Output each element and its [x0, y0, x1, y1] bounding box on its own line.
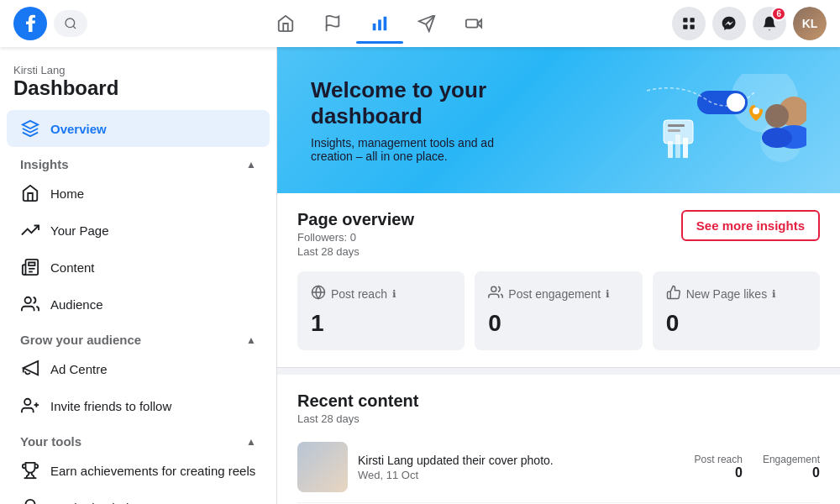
cover-photo-thumbnail	[297, 442, 348, 492]
content-metrics-cover: Post reach 0 Engagement 0	[695, 454, 820, 480]
grow-audience-collapse-icon: ▲	[246, 334, 256, 346]
svg-point-27	[753, 108, 759, 114]
sidebar-item-label-overview: Overview	[50, 122, 107, 136]
see-more-insights-button[interactable]: See more insights	[681, 210, 820, 241]
hero-banner: Welcome to your dashboard Insights, mana…	[277, 47, 840, 193]
recent-content-title: Recent content	[297, 391, 820, 411]
play-icon	[465, 14, 483, 33]
sidebar-item-label-earn-achievements: Earn achievements for creating reels	[50, 464, 255, 478]
content-area: Welcome to your dashboard Insights, mana…	[277, 47, 840, 504]
nav-ads-button[interactable]	[403, 3, 450, 44]
sidebar-item-content[interactable]: Content	[7, 249, 270, 286]
apps-menu-button[interactable]	[672, 7, 706, 40]
thumbs-up-icon	[666, 285, 681, 303]
sidebar-item-earn-achievements[interactable]: Earn achievements for creating reels	[7, 452, 270, 489]
insights-section-header[interactable]: Insights ▲	[7, 147, 270, 175]
nav-insights-button[interactable]	[356, 3, 403, 44]
megaphone-icon	[417, 14, 436, 33]
page-overview-period: Last 28 days	[297, 245, 414, 258]
svg-rect-11	[683, 25, 687, 29]
svg-point-1	[66, 18, 75, 28]
new-page-likes-info-icon[interactable]: ℹ	[772, 288, 776, 300]
notification-badge: 6	[771, 7, 786, 21]
metric-card-post-engagement: Post engagement ℹ 0	[475, 271, 642, 350]
sidebar-item-invite-friends[interactable]: Invite friends to follow	[7, 387, 270, 424]
sidebar-item-ad-centre[interactable]: Ad Centre	[7, 350, 270, 387]
svg-rect-29	[675, 134, 680, 158]
sidebar-item-your-page[interactable]: Your Page	[7, 212, 270, 249]
svg-rect-12	[690, 25, 695, 29]
insights-collapse-icon: ▲	[246, 159, 256, 171]
hero-subtitle: Insights, management tools and ad creati…	[311, 136, 538, 163]
sidebar-title: Dashboard	[13, 76, 263, 100]
nav-video-button[interactable]	[450, 3, 497, 44]
new-page-likes-label: New Page likes	[686, 287, 768, 301]
recent-content-section: Recent content Last 28 days Kirsti Lang …	[277, 375, 840, 504]
svg-point-23	[727, 93, 745, 112]
trophy-icon	[20, 460, 40, 480]
svg-point-37	[491, 286, 496, 291]
search-button[interactable]	[54, 10, 87, 37]
messenger-icon	[721, 15, 738, 32]
avatar: KL	[793, 7, 827, 40]
sidebar-item-audience[interactable]: Audience	[7, 286, 270, 323]
notifications-button[interactable]: 6	[753, 7, 786, 40]
svg-rect-10	[690, 18, 695, 22]
flag-icon	[323, 14, 342, 33]
recent-content-period: Last 28 days	[297, 412, 820, 425]
metric-card-post-reach: Post reach ℹ 1	[297, 271, 465, 350]
svg-rect-28	[668, 141, 673, 158]
engagement-label-cover: Engagement	[763, 454, 820, 465]
person-add-icon	[20, 396, 40, 416]
svg-point-14	[25, 297, 31, 303]
your-tools-section-header[interactable]: Your tools ▲	[7, 424, 270, 452]
hero-illustration	[538, 74, 806, 166]
sidebar-item-home[interactable]: Home	[7, 175, 270, 212]
metric-header-post-engagement: Post engagement ℹ	[488, 285, 628, 303]
search-icon	[64, 17, 77, 30]
svg-point-15	[24, 399, 30, 405]
sidebar-username: Kirsti Lang	[13, 64, 263, 76]
page-overview-header: Page overview Followers: 0 Last 28 days …	[297, 210, 820, 258]
main-layout: Kirsti Lang Dashboard Overview Insights …	[0, 47, 840, 504]
post-engagement-info-icon[interactable]: ℹ	[606, 288, 610, 300]
hero-title: Welcome to your dashboard	[311, 77, 538, 129]
profile-avatar-button[interactable]: KL	[793, 7, 827, 40]
post-reach-value: 1	[311, 310, 451, 337]
grow-audience-section-title: Grow your audience	[20, 333, 141, 347]
svg-rect-9	[683, 18, 687, 22]
nav-left	[13, 7, 87, 40]
grow-audience-section-header[interactable]: Grow your audience ▲	[7, 323, 270, 350]
lightbulb-icon	[20, 497, 40, 504]
nav-home-button[interactable]	[262, 3, 309, 44]
layers-icon	[20, 118, 40, 139]
engagement-value-cover: 0	[763, 465, 820, 480]
content-title-cover: Kirsti Lang updated their cover photo.	[358, 454, 685, 467]
sidebar-item-overview[interactable]: Overview	[7, 110, 270, 147]
post-reach-label: Post reach	[331, 287, 387, 301]
content-item-cover-photo[interactable]: Kirsti Lang updated their cover photo. W…	[297, 432, 820, 503]
content-engagement-cover: Engagement 0	[763, 454, 820, 480]
metric-header-post-reach: Post reach ℹ	[311, 285, 451, 303]
sidebar-item-inspiration-hub[interactable]: Inspiration hub	[7, 489, 270, 504]
metric-card-new-page-likes: New Page likes ℹ 0	[653, 271, 820, 350]
page-overview-section: Page overview Followers: 0 Last 28 days …	[277, 193, 840, 368]
hero-text: Welcome to your dashboard Insights, mana…	[311, 77, 538, 163]
hero-illustration-svg	[538, 74, 806, 166]
page-overview-title: Page overview	[297, 210, 414, 229]
messenger-button[interactable]	[712, 7, 746, 40]
post-reach-info-icon[interactable]: ℹ	[392, 288, 396, 300]
facebook-logo-button[interactable]	[13, 7, 47, 40]
sidebar-header: Kirsti Lang Dashboard	[0, 57, 276, 110]
nav-center	[87, 3, 672, 44]
top-navigation: 6 KL	[0, 0, 840, 47]
content-date-cover: Wed, 11 Oct	[358, 469, 685, 481]
svg-rect-6	[384, 17, 387, 31]
users-icon	[20, 294, 40, 314]
nav-pages-button[interactable]	[309, 3, 356, 44]
insights-section-title: Insights	[20, 157, 69, 171]
your-tools-collapse-icon: ▲	[246, 436, 256, 448]
content-info-cover: Kirsti Lang updated their cover photo. W…	[358, 454, 685, 481]
sidebar-item-label-home: Home	[50, 186, 84, 201]
home-nav-icon	[20, 183, 40, 203]
